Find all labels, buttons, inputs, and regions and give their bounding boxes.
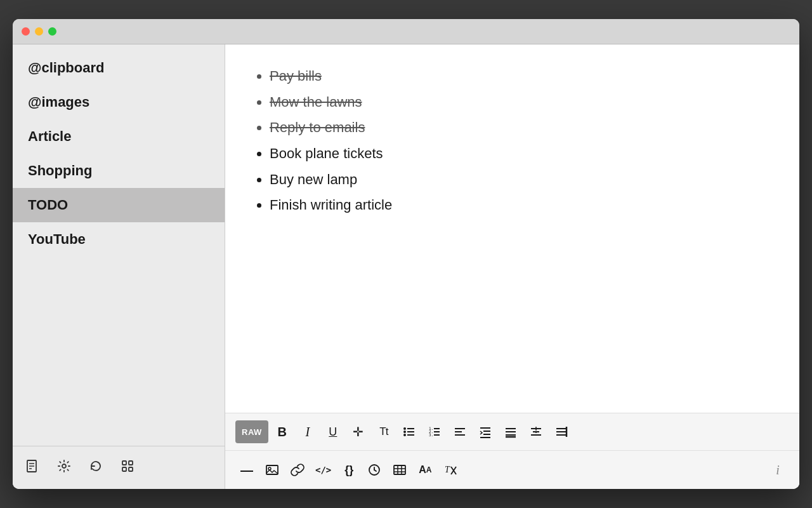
todo-list: Pay bills Mow the lawns Reply to emails … — [251, 64, 774, 218]
list-item: Pay bills — [270, 64, 774, 90]
content-area: Pay bills Mow the lawns Reply to emails … — [225, 44, 799, 489]
raw-button[interactable]: RAW — [235, 420, 268, 443]
svg-rect-7 — [122, 467, 126, 471]
traffic-lights — [22, 27, 56, 36]
italic-button[interactable]: I — [296, 420, 319, 443]
svg-point-11 — [403, 434, 406, 436]
list-item: Finish writing article — [270, 192, 774, 218]
clock-button[interactable] — [363, 458, 386, 481]
maximize-button[interactable] — [48, 27, 56, 36]
refresh-icon[interactable] — [89, 459, 103, 477]
toolbar-row-2: — </> {} — [225, 451, 799, 489]
svg-point-10 — [403, 431, 406, 433]
svg-point-9 — [403, 427, 406, 430]
minimize-button[interactable] — [35, 27, 43, 36]
image-button[interactable] — [261, 458, 284, 481]
table-button[interactable] — [388, 458, 411, 481]
grid-icon[interactable] — [121, 459, 134, 477]
font-size-button[interactable]: Tt — [372, 420, 395, 443]
svg-text:3.: 3. — [429, 432, 433, 437]
sidebar-item-article[interactable]: Article — [13, 119, 225, 154]
underline-button[interactable]: U — [322, 420, 344, 443]
close-button[interactable] — [22, 27, 30, 36]
hr-button[interactable]: — — [235, 458, 258, 481]
list-item: Reply to emails — [270, 115, 774, 141]
clear-format-button[interactable]: T — [439, 458, 462, 481]
settings-icon[interactable] — [57, 459, 71, 477]
info-button[interactable]: i — [766, 458, 789, 481]
list-item: Book plane tickets — [270, 141, 774, 167]
bullet-list-button[interactable] — [398, 420, 421, 443]
new-note-icon[interactable] — [25, 459, 39, 477]
sidebar-footer — [13, 446, 225, 489]
curly-button[interactable]: {} — [337, 458, 360, 481]
editor-body[interactable]: Pay bills Mow the lawns Reply to emails … — [225, 44, 799, 413]
align-left-button[interactable] — [449, 420, 471, 443]
font-button[interactable]: AA — [414, 458, 436, 481]
strikethrough-button[interactable]: ✛ — [347, 420, 370, 443]
link-button[interactable] — [286, 458, 309, 481]
list-item: Mow the lawns — [270, 90, 774, 116]
main-area: @clipboard @images Article Shopping TODO… — [13, 44, 799, 489]
sidebar-item-images[interactable]: @images — [13, 85, 225, 119]
sidebar-items: @clipboard @images Article Shopping TODO… — [13, 44, 225, 446]
align-baseline-button[interactable] — [499, 420, 522, 443]
sidebar-item-clipboard[interactable]: @clipboard — [13, 51, 225, 85]
sidebar: @clipboard @images Article Shopping TODO… — [13, 44, 225, 489]
align-right-button[interactable] — [550, 420, 573, 443]
sidebar-item-todo[interactable]: TODO — [13, 188, 225, 222]
align-center-button[interactable] — [525, 420, 547, 443]
svg-rect-5 — [122, 461, 126, 465]
titlebar — [13, 19, 799, 44]
ordered-list-button[interactable]: 1. 2. 3. — [423, 420, 446, 443]
svg-line-44 — [374, 470, 376, 471]
list-item: Buy new lamp — [270, 167, 774, 193]
svg-rect-45 — [394, 465, 405, 474]
bold-button[interactable]: B — [271, 420, 294, 443]
svg-text:T: T — [445, 465, 450, 474]
sidebar-item-shopping[interactable]: Shopping — [13, 154, 225, 188]
toolbar-row-1: RAW B I U ✛ Tt — [225, 413, 799, 451]
svg-point-4 — [62, 464, 66, 468]
code-button[interactable]: </> — [311, 458, 335, 481]
sidebar-item-youtube[interactable]: YouTube — [13, 222, 225, 257]
svg-rect-6 — [129, 461, 133, 465]
app-window: @clipboard @images Article Shopping TODO… — [13, 19, 799, 489]
svg-rect-8 — [129, 467, 133, 471]
indent-button[interactable] — [474, 420, 497, 443]
